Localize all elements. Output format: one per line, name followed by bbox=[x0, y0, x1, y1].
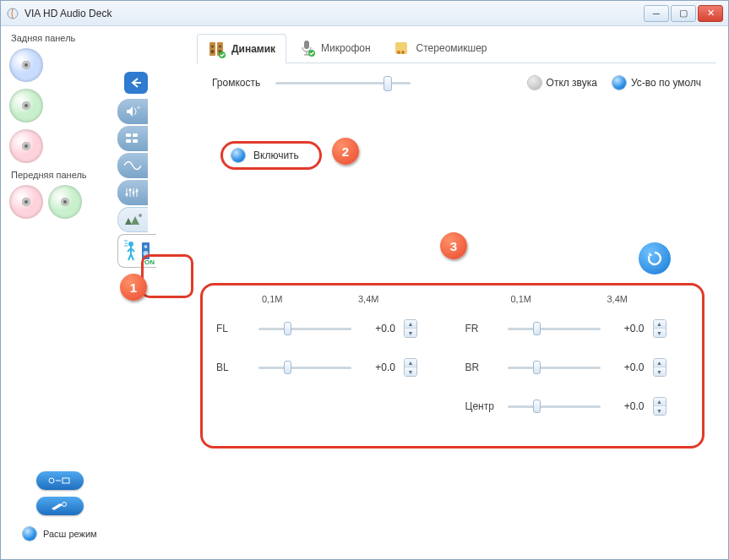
svg-rect-25 bbox=[304, 41, 309, 49]
channel-row-BL: BL+0.0▲▼ bbox=[216, 348, 440, 387]
scale-min-l: 0,1M bbox=[262, 294, 313, 304]
jack-rear-blue[interactable] bbox=[9, 48, 43, 82]
channel-slider-Центр[interactable] bbox=[508, 400, 601, 413]
tab-mic-label: Микрофон bbox=[321, 42, 370, 54]
channel-slider-FL[interactable] bbox=[258, 322, 351, 335]
channel-spinner-FL[interactable]: ▲▼ bbox=[404, 319, 417, 338]
svg-point-7 bbox=[129, 189, 132, 192]
scale-min-r: 0,1M bbox=[511, 294, 562, 304]
svg-point-20 bbox=[211, 46, 214, 48]
jack-front-green[interactable] bbox=[48, 185, 82, 219]
sidetab-speakers[interactable] bbox=[117, 126, 148, 151]
mode-radio[interactable] bbox=[23, 527, 36, 541]
svg-point-6 bbox=[126, 193, 128, 196]
svg-point-8 bbox=[133, 192, 135, 194]
channel-slider-BL[interactable] bbox=[258, 361, 351, 374]
enable-radio-icon bbox=[231, 149, 245, 162]
sidetab-volume[interactable]: + bbox=[117, 99, 148, 124]
callout-3: 3 bbox=[440, 232, 467, 259]
volume-slider[interactable] bbox=[275, 75, 411, 90]
minimize-button[interactable]: ─ bbox=[644, 5, 669, 22]
svg-rect-5 bbox=[133, 139, 138, 143]
svg-point-17 bbox=[63, 503, 67, 507]
app-icon bbox=[6, 7, 19, 20]
channel-value: +0.0 bbox=[360, 362, 395, 373]
mic-icon bbox=[297, 39, 316, 57]
svg-rect-18 bbox=[209, 42, 215, 56]
svg-point-21 bbox=[211, 50, 215, 53]
scale-max-l: 3,4M bbox=[358, 294, 378, 304]
rear-panel-label: Задняя панель bbox=[11, 33, 143, 43]
channel-value: +0.0 bbox=[609, 362, 645, 373]
svg-rect-4 bbox=[126, 139, 131, 143]
sidetab-wave[interactable] bbox=[117, 153, 148, 178]
maximize-button[interactable]: ▢ bbox=[671, 5, 696, 22]
titlebar[interactable]: VIA HD Audio Deck ─ ▢ ✕ bbox=[1, 1, 728, 26]
channel-label: Центр bbox=[465, 400, 499, 412]
channel-row-FL: FL+0.0▲▼ bbox=[216, 309, 440, 348]
close-button[interactable]: ✕ bbox=[698, 5, 723, 22]
mute-toggle[interactable] bbox=[528, 76, 541, 90]
window-title: VIA HD Audio Deck bbox=[24, 8, 644, 19]
channel-label: FR bbox=[465, 323, 499, 334]
default-label: Ус-во по умолч bbox=[631, 77, 701, 89]
speakers-icon bbox=[208, 40, 226, 58]
enable-label: Включить bbox=[253, 150, 299, 161]
app-window: VIA HD Audio Deck ─ ▢ ✕ Задняя панель Пе… bbox=[0, 0, 729, 560]
svg-text:+: + bbox=[137, 105, 140, 111]
channel-value: +0.0 bbox=[609, 400, 645, 412]
svg-rect-3 bbox=[133, 133, 138, 137]
svg-point-10 bbox=[139, 214, 142, 217]
tab-stereomix[interactable]: Стереомикшер bbox=[382, 33, 498, 63]
pill-button-wrench[interactable] bbox=[36, 497, 84, 515]
svg-point-15 bbox=[49, 478, 54, 483]
jack-front-pink[interactable] bbox=[9, 185, 43, 219]
svg-point-9 bbox=[136, 190, 139, 193]
mute-label: Откл звука bbox=[547, 77, 597, 89]
svg-point-14 bbox=[128, 242, 133, 247]
highlight-1 bbox=[141, 254, 193, 298]
channel-slider-BR[interactable] bbox=[508, 361, 601, 374]
channel-spinner-BL[interactable]: ▲▼ bbox=[404, 358, 417, 377]
sidetab-eq[interactable] bbox=[117, 180, 148, 205]
pill-button-io[interactable] bbox=[36, 471, 84, 490]
default-device-toggle[interactable] bbox=[612, 76, 626, 90]
tab-stereomix-label: Стереомикшер bbox=[416, 42, 487, 54]
tabs: Динамик Микрофон Стереомикшер bbox=[197, 33, 716, 63]
callout-1: 1 bbox=[120, 274, 147, 301]
svg-point-22 bbox=[219, 46, 221, 48]
channel-row-BR: BR+0.0▲▼ bbox=[465, 348, 689, 387]
sidetab-environment[interactable] bbox=[117, 207, 148, 232]
channel-row-Центр: Центр+0.0▲▼ bbox=[465, 387, 689, 426]
volume-label: Громкость bbox=[212, 77, 260, 89]
scale-max-r: 3,4M bbox=[607, 294, 628, 304]
channel-value: +0.0 bbox=[360, 323, 395, 334]
channel-spinner-Центр[interactable]: ▲▼ bbox=[653, 397, 666, 416]
tab-microphone[interactable]: Микрофон bbox=[286, 33, 381, 63]
svg-rect-2 bbox=[126, 133, 131, 137]
jack-rear-green[interactable] bbox=[9, 89, 43, 122]
stereomix-icon bbox=[393, 39, 411, 57]
callout-2: 2 bbox=[332, 138, 359, 165]
tab-speaker[interactable]: Динамик bbox=[197, 34, 286, 63]
back-icon[interactable] bbox=[124, 72, 148, 94]
enable-toggle[interactable]: Включить bbox=[220, 141, 322, 170]
speaker-distance-panel: 0,1M 3,4M FL+0.0▲▼BL+0.0▲▼ 0,1M 3,4M FR+… bbox=[200, 283, 705, 449]
tab-speaker-label: Динамик bbox=[231, 43, 275, 55]
svg-point-12 bbox=[144, 245, 147, 248]
channel-value: +0.0 bbox=[609, 323, 645, 334]
channel-slider-FR[interactable] bbox=[508, 322, 601, 335]
channel-label: BR bbox=[465, 362, 499, 373]
channel-label: FL bbox=[216, 323, 250, 334]
svg-rect-16 bbox=[63, 478, 69, 483]
channel-spinner-FR[interactable]: ▲▼ bbox=[653, 319, 666, 338]
channel-label: BL bbox=[216, 362, 250, 373]
svg-point-24 bbox=[219, 52, 226, 58]
reset-button[interactable] bbox=[639, 242, 671, 275]
svg-point-26 bbox=[308, 50, 315, 57]
mode-label: Расш режим bbox=[43, 529, 97, 539]
channel-row-FR: FR+0.0▲▼ bbox=[465, 309, 689, 348]
channel-spinner-BR[interactable]: ▲▼ bbox=[653, 358, 666, 377]
jack-rear-pink[interactable] bbox=[9, 129, 43, 163]
